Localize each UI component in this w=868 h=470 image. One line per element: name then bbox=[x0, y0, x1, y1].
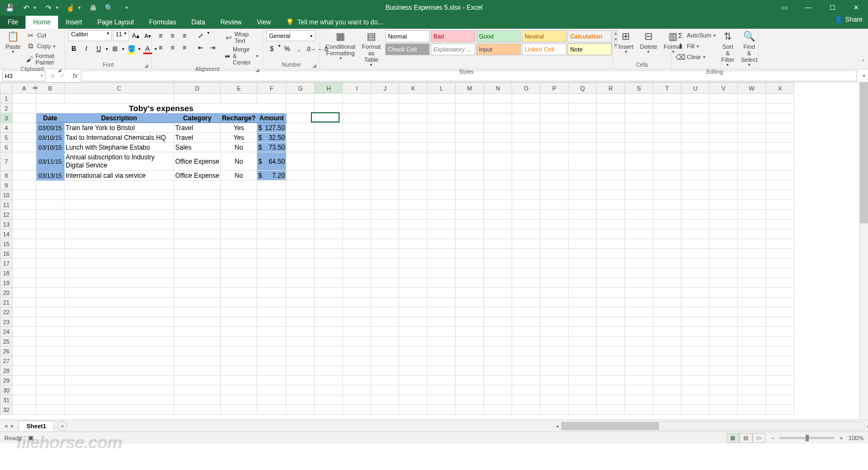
cell[interactable] bbox=[653, 171, 681, 181]
cell[interactable] bbox=[597, 143, 625, 152]
cell[interactable] bbox=[174, 181, 221, 190]
cell[interactable] bbox=[65, 327, 174, 337]
cell[interactable] bbox=[738, 220, 766, 229]
number-dialog-icon[interactable]: ◢ bbox=[312, 63, 316, 68]
cell[interactable] bbox=[569, 181, 597, 190]
cell[interactable] bbox=[371, 376, 399, 385]
cell[interactable] bbox=[597, 405, 625, 415]
cell[interactable] bbox=[766, 376, 794, 385]
col-header-G[interactable]: G bbox=[286, 83, 315, 94]
cell[interactable] bbox=[36, 94, 65, 104]
cell[interactable] bbox=[738, 259, 766, 268]
sheet-nav-last-icon[interactable]: ▸ bbox=[11, 422, 14, 429]
cell[interactable] bbox=[625, 220, 653, 229]
cell[interactable] bbox=[286, 259, 315, 268]
cell[interactable] bbox=[597, 133, 625, 143]
cell[interactable] bbox=[653, 220, 681, 229]
cell[interactable] bbox=[286, 133, 315, 143]
cell[interactable] bbox=[343, 143, 371, 152]
cell[interactable] bbox=[681, 278, 710, 288]
cell[interactable] bbox=[257, 268, 286, 278]
cell[interactable] bbox=[315, 239, 343, 249]
cell[interactable] bbox=[512, 288, 540, 298]
cell[interactable] bbox=[65, 366, 174, 376]
row-header-9[interactable]: 9 bbox=[1, 181, 12, 190]
cell[interactable] bbox=[512, 317, 540, 327]
cell[interactable] bbox=[36, 366, 65, 376]
cell[interactable] bbox=[653, 113, 681, 123]
macro-record-icon[interactable]: ▣ bbox=[28, 434, 34, 441]
cell[interactable] bbox=[456, 376, 484, 385]
cell[interactable] bbox=[681, 268, 710, 278]
cell[interactable] bbox=[12, 190, 36, 200]
cell[interactable] bbox=[681, 220, 710, 229]
cell[interactable] bbox=[597, 239, 625, 249]
cell[interactable] bbox=[484, 143, 512, 152]
cell[interactable] bbox=[371, 94, 399, 104]
cell[interactable] bbox=[221, 385, 257, 395]
cell-recharge[interactable]: No bbox=[221, 171, 257, 181]
cell[interactable] bbox=[653, 366, 681, 376]
cell[interactable] bbox=[625, 249, 653, 259]
cell[interactable] bbox=[456, 220, 484, 229]
cell[interactable] bbox=[484, 346, 512, 356]
cell[interactable] bbox=[512, 190, 540, 200]
cell[interactable] bbox=[625, 152, 653, 171]
cell[interactable] bbox=[681, 298, 710, 307]
fill-color-button[interactable]: 🪣 bbox=[126, 43, 137, 54]
cell[interactable] bbox=[766, 143, 794, 152]
cell[interactable] bbox=[221, 307, 257, 317]
cell[interactable] bbox=[371, 405, 399, 415]
cell[interactable] bbox=[257, 366, 286, 376]
autosum-button[interactable]: ΣAutoSum▾ bbox=[675, 30, 717, 40]
cell[interactable] bbox=[766, 220, 794, 229]
vertical-scrollbar[interactable] bbox=[859, 82, 868, 420]
cell[interactable] bbox=[343, 210, 371, 220]
cell[interactable] bbox=[399, 395, 427, 405]
col-header-S[interactable]: S bbox=[625, 83, 653, 94]
cell[interactable] bbox=[343, 104, 371, 113]
cell[interactable] bbox=[315, 143, 343, 152]
cell[interactable] bbox=[512, 278, 540, 288]
cell[interactable] bbox=[399, 190, 427, 200]
cell[interactable] bbox=[221, 317, 257, 327]
cell[interactable] bbox=[766, 181, 794, 190]
cell[interactable] bbox=[371, 181, 399, 190]
cell[interactable] bbox=[257, 405, 286, 415]
touch-mode-icon[interactable]: ☝ bbox=[66, 3, 75, 12]
cell[interactable] bbox=[710, 268, 738, 278]
cell[interactable] bbox=[512, 200, 540, 210]
style-explanatory[interactable]: Explanatory ... bbox=[431, 43, 475, 55]
cell[interactable] bbox=[710, 405, 738, 415]
sheet-nav-first-icon[interactable]: ◂ bbox=[4, 422, 8, 429]
cell[interactable] bbox=[540, 337, 569, 346]
cell[interactable] bbox=[343, 376, 371, 385]
cell[interactable] bbox=[625, 171, 653, 181]
cell[interactable] bbox=[371, 171, 399, 181]
cell[interactable] bbox=[569, 133, 597, 143]
cell[interactable] bbox=[257, 346, 286, 356]
cell[interactable] bbox=[710, 278, 738, 288]
cell[interactable] bbox=[569, 239, 597, 249]
cell[interactable] bbox=[512, 249, 540, 259]
cell[interactable] bbox=[315, 366, 343, 376]
cell[interactable] bbox=[315, 385, 343, 395]
cell[interactable] bbox=[625, 143, 653, 152]
cell[interactable] bbox=[315, 298, 343, 307]
cell[interactable] bbox=[766, 298, 794, 307]
cell[interactable] bbox=[569, 317, 597, 327]
cell-amount[interactable]: $32.50 bbox=[257, 133, 286, 143]
cell[interactable] bbox=[625, 104, 653, 113]
style-input[interactable]: Input bbox=[476, 43, 521, 55]
cell[interactable] bbox=[427, 317, 456, 327]
cell[interactable] bbox=[371, 200, 399, 210]
cell[interactable] bbox=[399, 405, 427, 415]
cell[interactable] bbox=[427, 298, 456, 307]
cell-description[interactable]: International call via service bbox=[65, 171, 174, 181]
cell[interactable] bbox=[399, 123, 427, 133]
cell[interactable] bbox=[343, 288, 371, 298]
cell[interactable] bbox=[343, 395, 371, 405]
cell[interactable] bbox=[625, 190, 653, 200]
cell[interactable] bbox=[399, 327, 427, 337]
cell[interactable] bbox=[456, 104, 484, 113]
